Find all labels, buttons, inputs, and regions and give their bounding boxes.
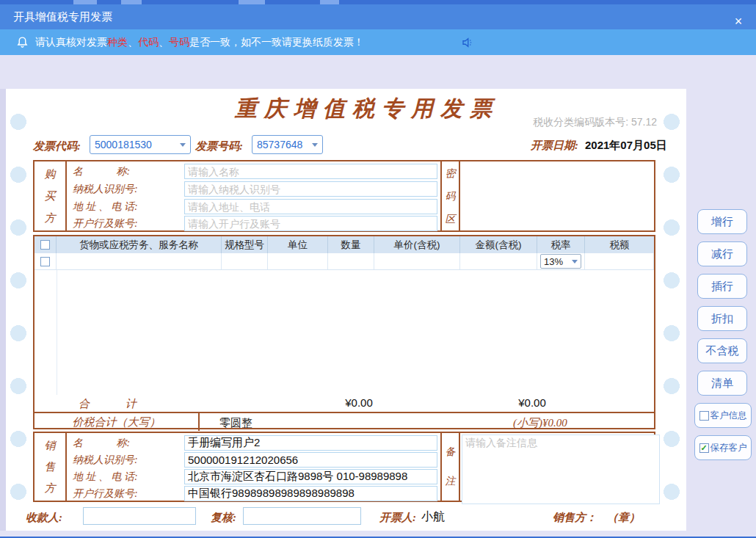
issue-date-label: 开票日期: [531,139,578,153]
tax-rate-select[interactable]: 13% [540,254,581,269]
buyer-name-input[interactable] [184,164,437,179]
invoice-number-label: 发票号码: [195,139,243,153]
password-area [460,161,654,230]
invoice-code-label: 发票代码: [33,139,81,153]
buyer-side-label: 购买方 [34,161,67,230]
buyer-bank-label: 开户行及账号: [73,217,184,230]
notice-part: 、 [159,36,169,48]
seller-bank-row: 开户行及账号: [73,485,437,502]
seller-taxid-label: 纳税人识别号: [73,454,184,467]
invoice-code-value: 5000181530 [95,139,152,150]
header-tax-amount: 税额 [585,236,654,253]
customer-info-button[interactable]: 客户信息 [694,403,752,428]
cell-unit-price[interactable] [374,253,460,269]
total-label: 合 计 [79,397,137,411]
notice-part: 请认真核对发票 [35,36,107,48]
left-margin-strip [0,89,6,538]
insert-row-button[interactable]: 插行 [697,274,747,299]
cell-amount[interactable] [460,253,537,269]
seller-address-input[interactable] [184,469,437,484]
invoice-title: 重庆增值税专用发票 [220,94,514,124]
password-area-label: 密码区 [445,162,457,230]
header-checkbox-cell [34,236,57,253]
save-customer-label: 保存客户 [710,442,747,454]
speaker-icon[interactable] [461,36,474,51]
cell-spec[interactable] [222,253,268,269]
buyer-address-row: 地 址 、 电 话: [73,198,437,215]
row-checkbox-cell [34,253,57,269]
remove-row-button[interactable]: 减行 [697,241,747,266]
cell-goods-name[interactable] [57,253,222,269]
notice-highlight: 代码 [138,36,159,48]
select-all-checkbox[interactable] [40,240,50,250]
cell-quantity[interactable] [328,253,374,269]
tax-exclusive-button[interactable]: 不含税 [697,338,747,363]
reviewer-input[interactable] [243,507,361,525]
buyer-taxid-input[interactable] [184,181,437,197]
seller-name-input[interactable] [184,435,437,451]
chevron-down-icon [312,143,318,147]
payee-input[interactable] [83,507,196,525]
chevron-down-icon [572,260,578,263]
header-quantity: 数量 [328,236,374,253]
buyer-bank-input[interactable] [184,216,437,231]
seller-name-row: 名 称: [73,435,437,451]
amount-in-words-value: 零圆整 [219,416,252,430]
invoice-code-select[interactable]: 5000181530 [90,135,191,154]
header-unit: 单位 [268,236,328,253]
buyer-section: 购买方 名 称: 纳税人识别号: 地 址 、 电 话: 开户行及账号: 密码区 [33,160,655,232]
header-goods-name: 货物或应税劳务、服务名称 [57,236,222,253]
list-button[interactable]: 清单 [697,371,747,396]
total-unit-price: ¥0.00 [311,396,407,409]
notice-bar: 请认真核对发票种类、代码、号码是否一致，如不一致请更换纸质发票！ [0,29,756,55]
buyer-address-input[interactable] [184,199,437,214]
bell-icon [16,36,29,51]
save-customer-checkbox[interactable]: ✓ [699,443,709,453]
seller-bank-input[interactable] [184,486,437,501]
seller-taxid-row: 纳税人识别号: [73,451,437,468]
decor-dots-right [663,112,680,523]
tax-code-version: 税收分类编码版本号: 57.12 [533,116,657,129]
cell-tax-amount[interactable] [585,253,654,269]
window-title: 开具增值税专用发票 [13,10,112,24]
customer-info-checkbox[interactable] [699,411,709,421]
items-table: 货物或应税劳务、服务名称 规格型号 单位 数量 单价(含税) 金额(含税) 税率… [33,235,655,429]
invoice-number-value: 85737648 [257,139,302,150]
notice-part: 、 [128,36,138,48]
add-row-button[interactable]: 增行 [697,209,747,234]
seller-bank-label: 开户行及账号: [73,487,184,501]
cell-unit[interactable] [268,253,328,269]
summary-row: 价税合计（大写） 零圆整 (小写)¥0.00 [34,412,654,431]
close-icon[interactable]: × [731,14,746,29]
password-area-label-cell: 密码区 [440,161,460,230]
amount-in-words-label: 价税合计（大写） [73,415,161,429]
tax-rate-value: 13% [544,256,563,267]
issue-date-value: 2021年07月05日 [585,139,667,153]
seller-address-label: 地 址 、 电 话: [73,470,184,484]
notice-text: 请认真核对发票种类、代码、号码是否一致，如不一致请更换纸质发票！ [35,36,364,49]
seller-address-row: 地 址 、 电 话: [73,468,437,485]
buyer-taxid-row: 纳税人识别号: [73,181,437,197]
body-column-divider [57,270,57,395]
seller-stamp-label: 销售方： [553,511,597,525]
items-header-row: 货物或应税劳务、服务名称 规格型号 单位 数量 单价(含税) 金额(含税) 税率… [34,236,654,253]
remark-label: 备注 [445,437,457,496]
customer-info-label: 客户信息 [710,410,747,422]
drawer-label: 开票人: [379,511,416,525]
buyer-name-row: 名 称: [73,163,437,180]
buyer-side-text: 购买方 [44,163,56,229]
toolbar: 普通开具 红字 导入 复制 暂存 预览 打印 [0,55,756,89]
seller-side-text: 销售方 [44,435,56,499]
amount-numeric: (小写)¥0.00 [513,416,567,430]
discount-button[interactable]: 折扣 [697,306,747,331]
seller-taxid-input[interactable] [184,452,437,468]
header-amount: 金额(含税) [460,236,537,253]
row-checkbox[interactable] [40,257,50,266]
invoice-number-select[interactable]: 85737648 [252,135,323,154]
seller-side-label: 销售方 [34,433,67,501]
stamp-placeholder: （章） [607,511,640,525]
save-customer-button[interactable]: ✓ 保存客户 [694,435,752,460]
header-spec: 规格型号 [222,236,268,253]
remark-textarea[interactable] [462,435,660,504]
decor-dots-left [10,112,27,523]
